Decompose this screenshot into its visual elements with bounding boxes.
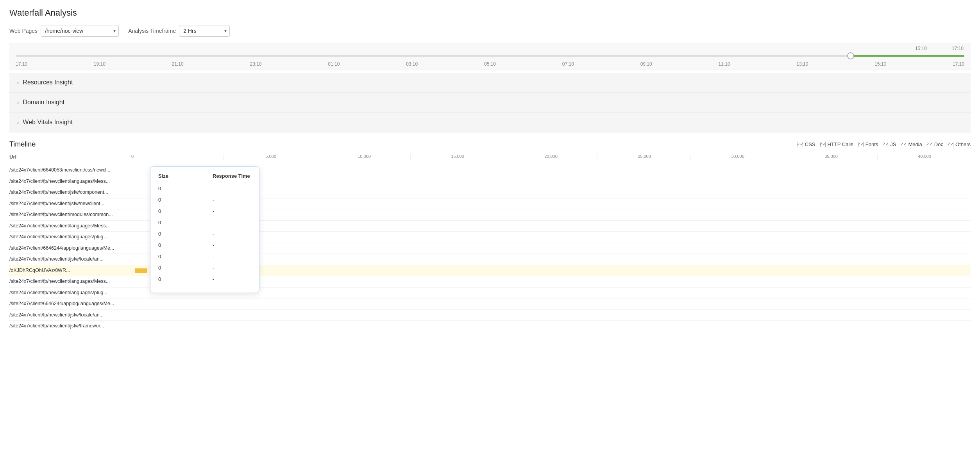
time-label-8: 09:10: [640, 61, 652, 67]
row-url-2: /site24x7/client/fp/newclient/jsfw/compo…: [9, 187, 131, 198]
row-url-7: /site24x7/client/6646244/applog/language…: [9, 243, 131, 254]
legend-js-checkbox[interactable]: ✓: [883, 142, 888, 147]
scale-15000: 15,000: [410, 154, 504, 160]
accordion-domain-insight-header[interactable]: › Domain Insight: [9, 93, 971, 112]
legend-http-calls-checkbox[interactable]: ✓: [820, 142, 826, 147]
timeframe-select-wrapper: 30 Mins1 Hr2 Hrs6 Hrs12 Hrs24 Hrs: [179, 25, 230, 37]
tooltip-response-4: -: [213, 230, 251, 238]
scale-10000: 10,000: [317, 154, 410, 160]
tooltip-popup: Size Response Time 0 - 0 -: [150, 166, 259, 293]
row-url-1: /site24x7/client/fp/newclient/languages/…: [9, 176, 131, 187]
legend-others-checkbox[interactable]: ✓: [948, 142, 953, 147]
time-label-11: 15:10: [874, 61, 886, 67]
tooltip-size-4: 0: [158, 230, 197, 238]
legend-fonts-label: Fonts: [866, 141, 878, 147]
controls-row: Web Pages /home/noc-view Analysis Timefr…: [9, 25, 971, 37]
scale-35000: 35,000: [784, 154, 877, 160]
accordion-resources-insight-header[interactable]: › Resources Insight: [9, 73, 971, 92]
time-label-10: 13:10: [796, 61, 808, 67]
time-label-1: 19:10: [94, 61, 106, 67]
legend-others[interactable]: ✓ Others: [948, 141, 971, 147]
legend-http-calls[interactable]: ✓ HTTP Calls: [820, 141, 853, 147]
tooltip-size-8: 0: [158, 275, 197, 283]
page-container: Waterfall Analysis Web Pages /home/noc-v…: [0, 0, 980, 340]
legend-doc[interactable]: ✓ Doc: [927, 141, 943, 147]
tooltip-response-5: -: [213, 241, 251, 249]
web-pages-select-wrapper: /home/noc-view: [41, 25, 119, 37]
tooltip-response-3: -: [213, 218, 251, 227]
tooltip-size-1: 0: [158, 196, 197, 204]
legend-css-checkbox[interactable]: ✓: [798, 142, 803, 147]
timeline-title: Timeline: [9, 140, 36, 148]
accordion-web-vitals-insight-label: Web Vitals Insight: [23, 119, 72, 126]
timeline-legend: ✓ CSS ✓ HTTP Calls ✓ Fonts ✓ JS ✓ Medi: [798, 141, 971, 147]
scale-0: 0: [131, 154, 224, 160]
legend-js[interactable]: ✓ JS: [883, 141, 896, 147]
row-url-14: /site24x7/client/fp/newclient/jsfw/frame…: [9, 321, 131, 332]
slider-range-end-label: 17:10: [952, 46, 964, 51]
accordion-web-vitals-insight-header[interactable]: › Web Vitals Insight: [9, 113, 971, 132]
chevron-right-icon-2: ›: [17, 100, 19, 105]
url-column-header: Url: [9, 152, 131, 162]
chevron-right-icon: ›: [17, 80, 19, 86]
timeframe-select[interactable]: 30 Mins1 Hr2 Hrs6 Hrs12 Hrs24 Hrs: [179, 25, 230, 37]
timeframe-label: Analysis Timeframe: [128, 28, 176, 34]
tooltip-response-7: -: [213, 264, 251, 272]
legend-others-label: Others: [955, 141, 971, 147]
legend-doc-checkbox[interactable]: ✓: [927, 142, 932, 147]
legend-media[interactable]: ✓ Media: [901, 141, 922, 147]
tooltip-response-2: -: [213, 207, 251, 215]
timeframe-group: Analysis Timeframe 30 Mins1 Hr2 Hrs6 Hrs…: [128, 25, 230, 37]
tooltip-data-row-5: 0 -: [158, 241, 251, 249]
tooltip-data-row-0: 0 -: [158, 184, 251, 193]
bar-area-12: [131, 300, 971, 308]
tooltip-data-row-1: 0 -: [158, 196, 251, 204]
row-url-11: /site24x7/client/fp/newclient/languages/…: [9, 288, 131, 298]
bar-area-13: [131, 311, 971, 319]
tooltip-size-2: 0: [158, 207, 197, 215]
tooltip-data-row-6: 0 -: [158, 252, 251, 261]
timeline-header: Timeline ✓ CSS ✓ HTTP Calls ✓ Fonts ✓ JS: [9, 136, 971, 152]
time-label-2: 21:10: [172, 61, 184, 67]
legend-media-checkbox[interactable]: ✓: [901, 142, 906, 147]
accordion-resources-insight: › Resources Insight: [9, 73, 971, 93]
slider-thumb[interactable]: [847, 52, 854, 59]
row-url-10: /site24x7/client/fp/newclient/languages/…: [9, 276, 131, 287]
row-url-0: /site24x7/client/6640053/newclient/css/n…: [9, 165, 131, 176]
tooltip-response-header: Response Time: [213, 173, 251, 179]
legend-js-label: JS: [890, 141, 896, 147]
table-body: Size Response Time 0 - 0 -: [9, 165, 971, 332]
table-row: /site24x7/client/fp/newclient/jsfw/frame…: [9, 321, 971, 332]
scale-30000: 30,000: [690, 154, 784, 160]
tooltip-response-1: -: [213, 196, 251, 204]
accordion-domain-insight: › Domain Insight: [9, 93, 971, 113]
web-pages-select[interactable]: /home/noc-view: [41, 25, 119, 37]
legend-media-label: Media: [908, 141, 922, 147]
slider-section: 15:10 17:10 17:10 19:10 21:10 23:10 01:1…: [9, 43, 971, 70]
scale-25000: 25,000: [597, 154, 690, 160]
legend-fonts-checkbox[interactable]: ✓: [858, 142, 864, 147]
row-url-5: /site24x7/client/fp/newclient/languages/…: [9, 221, 131, 232]
time-label-12: 17:10: [953, 61, 964, 67]
row-url-3: /site24x7/client/fp/newclient/jsfw/newcl…: [9, 198, 131, 209]
legend-http-calls-label: HTTP Calls: [828, 141, 853, 147]
scale-20000: 20,000: [504, 154, 597, 160]
bar-area-14: [131, 322, 971, 330]
legend-css[interactable]: ✓ CSS: [798, 141, 815, 147]
slider-track-container[interactable]: [16, 52, 964, 60]
web-pages-group: Web Pages /home/noc-view: [9, 25, 119, 37]
tooltip-response-8: -: [213, 275, 251, 283]
time-label-5: 03:10: [406, 61, 418, 67]
slider-range-start-label: 15:10: [915, 46, 927, 51]
table-header-row: Url 0 5,000 10,000 15,000 20,000 25,000 …: [9, 152, 971, 164]
bar-9: [135, 268, 147, 273]
time-label-4: 01:10: [328, 61, 340, 67]
tooltip-size-5: 0: [158, 241, 197, 249]
tooltip-size-3: 0: [158, 218, 197, 227]
accordion-domain-insight-label: Domain Insight: [23, 99, 64, 106]
legend-css-label: CSS: [805, 141, 815, 147]
accordion-resources-insight-label: Resources Insight: [23, 79, 73, 86]
slider-bg: [16, 55, 964, 57]
timeline-section: Timeline ✓ CSS ✓ HTTP Calls ✓ Fonts ✓ JS: [9, 136, 971, 332]
legend-fonts[interactable]: ✓ Fonts: [858, 141, 878, 147]
